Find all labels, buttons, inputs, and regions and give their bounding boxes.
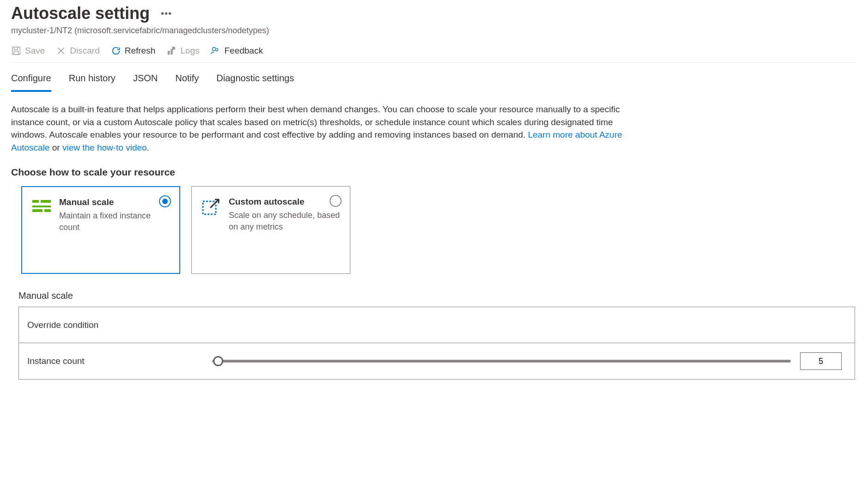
tab-bar: Configure Run history JSON Notify Diagno… [11, 68, 857, 92]
svg-rect-1 [14, 51, 18, 54]
manual-scale-config: Override condition Instance count [18, 307, 855, 380]
howto-video-link[interactable]: view the how-to video [62, 143, 147, 152]
discard-button[interactable]: Discard [56, 46, 99, 56]
override-condition-label: Override condition [27, 320, 212, 330]
svg-rect-7 [41, 200, 51, 203]
manual-scale-desc: Maintain a fixed instance count [59, 210, 170, 233]
scale-choice-heading: Choose how to scale your resource [11, 167, 857, 178]
save-icon [11, 46, 21, 56]
tab-json[interactable]: JSON [133, 68, 158, 92]
custom-autoscale-icon [201, 197, 221, 217]
manual-scale-title: Manual scale [59, 197, 170, 207]
svg-rect-8 [32, 206, 51, 207]
tab-configure[interactable]: Configure [11, 68, 51, 92]
svg-rect-9 [32, 209, 43, 212]
manual-scale-card[interactable]: Manual scale Maintain a fixed instance c… [21, 186, 180, 274]
logs-icon [166, 46, 177, 56]
instance-count-label: Instance count [27, 356, 212, 366]
refresh-label: Refresh [125, 46, 156, 56]
instance-count-row: Instance count [19, 343, 855, 379]
slider-thumb[interactable] [213, 356, 223, 366]
toolbar: Save Discard Refresh Logs Feedback [11, 46, 857, 63]
intro-text: Autoscale is a built-in feature that hel… [11, 103, 635, 154]
feedback-button[interactable]: Feedback [210, 46, 263, 56]
custom-autoscale-desc: Scale on any schedule, based on any metr… [229, 210, 341, 233]
save-button[interactable]: Save [11, 46, 45, 56]
intro-period: . [147, 143, 149, 152]
svg-rect-10 [44, 209, 51, 212]
refresh-button[interactable]: Refresh [111, 46, 156, 56]
custom-autoscale-card[interactable]: Custom autoscale Scale on any schedule, … [191, 186, 350, 274]
logs-button[interactable]: Logs [166, 46, 199, 56]
intro-or: or [49, 143, 62, 152]
svg-rect-2 [168, 51, 170, 54]
svg-rect-6 [32, 200, 39, 203]
slider-track [212, 360, 791, 363]
svg-point-5 [213, 48, 216, 51]
override-condition-row: Override condition [19, 307, 855, 343]
logs-label: Logs [180, 46, 199, 56]
refresh-icon [111, 46, 121, 56]
tab-notify[interactable]: Notify [175, 68, 199, 92]
more-options-icon[interactable]: ••• [161, 8, 172, 19]
instance-count-input[interactable] [800, 352, 842, 370]
manual-scale-icon [31, 197, 52, 218]
tab-run-history[interactable]: Run history [69, 68, 116, 92]
manual-scale-heading: Manual scale [18, 290, 857, 301]
svg-point-4 [172, 47, 175, 50]
instance-count-slider[interactable] [212, 356, 791, 366]
custom-autoscale-radio[interactable] [330, 195, 342, 207]
page-title: Autoscale setting [11, 4, 150, 23]
discard-label: Discard [70, 46, 99, 56]
feedback-label: Feedback [224, 46, 263, 56]
svg-rect-3 [171, 49, 173, 54]
feedback-icon [210, 46, 220, 56]
custom-autoscale-title: Custom autoscale [229, 197, 341, 207]
tab-diagnostic[interactable]: Diagnostic settings [216, 68, 294, 92]
svg-rect-0 [12, 47, 20, 55]
save-label: Save [25, 46, 45, 56]
manual-scale-radio[interactable] [159, 195, 171, 207]
scale-mode-group: Manual scale Maintain a fixed instance c… [21, 186, 857, 274]
breadcrumb: mycluster-1/NT2 (microsoft.servicefabric… [11, 26, 857, 36]
close-icon [56, 46, 66, 56]
